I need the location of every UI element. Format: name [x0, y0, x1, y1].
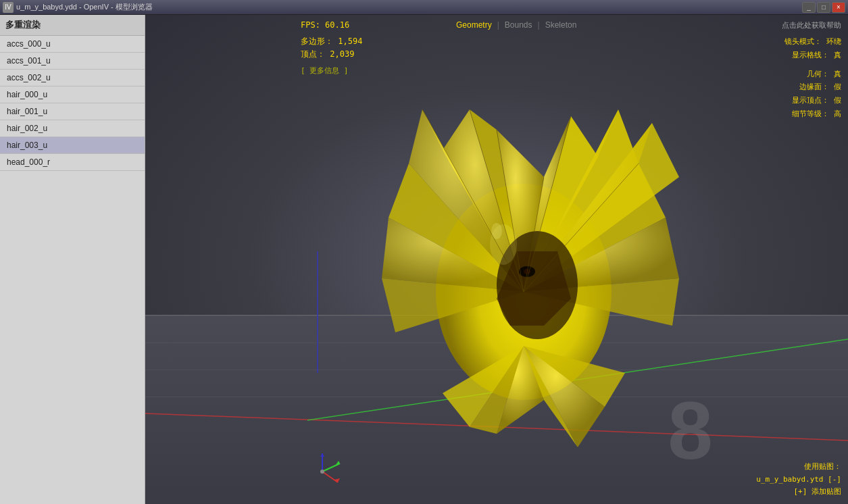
right-info-panel: 镜头模式： 环绕 显示格线： 真 几何： 真 边缘面： 假 显示顶点： 假 细节…: [784, 35, 841, 121]
app-icon: IV: [3, 2, 14, 13]
texture-value-row[interactable]: u_m_y_babyd.ytd [-]: [756, 474, 841, 486]
sidebar-item-hair_001_u[interactable]: hair_001_u: [0, 103, 145, 120]
geometry-value: 真: [834, 70, 841, 78]
edge-face-row: 边缘面： 假: [784, 80, 841, 94]
nav-skeleton[interactable]: Skeleton: [545, 20, 577, 30]
poly-value: 1,594: [338, 36, 362, 46]
close-button[interactable]: ×: [832, 2, 845, 13]
main-layout: 多重渲染 accs_000_uaccs_001_uaccs_002_uhair_…: [0, 15, 848, 504]
viewport-nav: Geometry | Bounds | Skeleton: [456, 20, 576, 30]
sidebar-item-hair_002_u[interactable]: hair_002_u: [0, 120, 145, 137]
model-stats: 多边形： 1,594 顶点： 2,039: [301, 35, 362, 61]
window-title: u_m_y_babyd.ydd - OpenIV - 模型浏览器: [16, 2, 153, 12]
more-info-link[interactable]: [ 更多信息 ]: [301, 66, 349, 76]
sidebar-item-accs_001_u[interactable]: accs_001_u: [0, 53, 145, 70]
fps-display: FPS: 60.16: [301, 20, 349, 30]
camera-mode-row: 镜头模式： 环绕: [784, 35, 841, 49]
show-grid-row: 显示格线： 真: [784, 49, 841, 62]
maximize-button[interactable]: □: [817, 2, 830, 13]
svg-line-39: [322, 472, 338, 482]
titlebar: IV u_m_y_babyd.ydd - OpenIV - 模型浏览器 _ □ …: [0, 0, 848, 15]
bottom-right-panel: 使用贴图： u_m_y_babyd.ytd [-] [+] 添加贴图: [756, 461, 841, 499]
sidebar-item-hair_000_u[interactable]: hair_000_u: [0, 86, 145, 103]
poly-label: 多边形：: [301, 36, 333, 46]
show-grid-value: 真: [834, 51, 841, 59]
spacer: [784, 62, 841, 68]
edge-face-value: 假: [834, 82, 841, 91]
sidebar-item-accs_000_u[interactable]: accs_000_u: [0, 36, 145, 53]
sidebar-items: accs_000_uaccs_001_uaccs_002_uhair_000_u…: [0, 36, 145, 171]
axis-widget: [301, 450, 345, 494]
vertex-label: 顶点：: [301, 49, 325, 59]
poly-stat: 多边形： 1,594: [301, 35, 362, 48]
nav-bounds[interactable]: Bounds: [505, 20, 532, 30]
show-grid-label: 显示格线：: [792, 51, 829, 59]
edge-face-label: 边缘面：: [799, 82, 829, 91]
sidebar-item-head_000_r[interactable]: head_000_r: [0, 154, 145, 171]
show-vertex-label: 显示顶点：: [792, 96, 829, 105]
sidebar: 多重渲染 accs_000_uaccs_001_uaccs_002_uhair_…: [0, 15, 145, 504]
titlebar-left: IV u_m_y_babyd.ydd - OpenIV - 模型浏览器: [3, 2, 153, 13]
geometry-label: 几何：: [807, 70, 829, 78]
svg-line-40: [322, 463, 340, 472]
vertex-stat: 顶点： 2,039: [301, 48, 362, 61]
titlebar-buttons: _ □ ×: [802, 2, 845, 13]
minimize-button[interactable]: _: [802, 2, 816, 13]
texture-label-row: 使用贴图：: [756, 461, 841, 474]
sidebar-item-hair_003_u[interactable]: hair_003_u: [0, 137, 145, 154]
add-texture-row[interactable]: [+] 添加贴图: [756, 486, 841, 499]
show-vertex-value: 假: [834, 96, 841, 105]
geometry-row: 几何： 真: [784, 68, 841, 81]
3d-model: [334, 42, 686, 474]
watermark-number: 8: [668, 384, 713, 477]
lod-row: 细节等级： 高: [784, 107, 841, 121]
viewport[interactable]: FPS: 60.16 Geometry | Bounds | Skeleton …: [145, 15, 848, 504]
svg-marker-45: [320, 453, 324, 457]
nav-geometry[interactable]: Geometry: [456, 20, 492, 30]
svg-point-42: [320, 470, 324, 474]
show-vertex-row: 显示顶点： 假: [784, 94, 841, 107]
sidebar-item-accs_002_u[interactable]: accs_002_u: [0, 70, 145, 86]
lod-label: 细节等级：: [792, 109, 829, 118]
vertex-value: 2,039: [330, 49, 354, 59]
camera-mode-label: 镜头模式：: [784, 37, 822, 46]
help-button[interactable]: 点击此处获取帮助: [782, 20, 841, 30]
camera-mode-value: 环绕: [826, 37, 841, 46]
lod-value: 高: [834, 109, 841, 118]
sidebar-header: 多重渲染: [0, 15, 145, 36]
